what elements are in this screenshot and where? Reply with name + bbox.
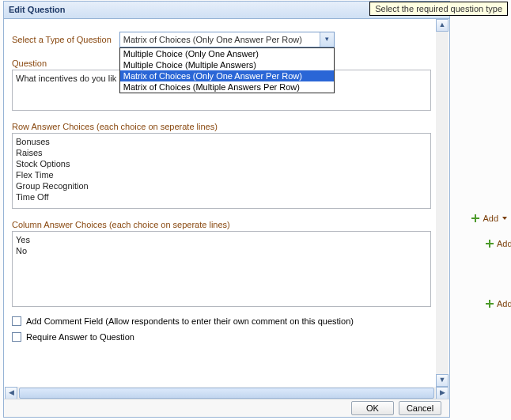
plus-icon — [486, 300, 494, 308]
plus-icon — [486, 240, 494, 248]
vertical-scrollbar[interactable]: ▲ ▼ — [436, 19, 449, 387]
question-type-select[interactable]: Matrix of Choices (Only One Answer Per R… — [119, 32, 335, 47]
side-add-link-1[interactable]: Add — [471, 214, 507, 223]
scroll-right-icon[interactable]: ▶ — [436, 387, 449, 399]
col-choices-label: Column Answer Choices (each choice on se… — [12, 220, 441, 229]
question-type-option[interactable]: Multiple Choice (Only One Answer) — [120, 48, 334, 59]
row-choices-textarea[interactable]: Bonuses Raises Stock Options Flex Time G… — [12, 133, 431, 209]
dialog-footer: OK Cancel — [4, 399, 449, 417]
side-add-label: Add — [497, 239, 511, 248]
side-add-link-2[interactable]: Add — [486, 239, 511, 248]
question-type-dropdown: Multiple Choice (Only One Answer) Multip… — [119, 47, 335, 93]
horizontal-scrollbar[interactable]: ◀ ▶ — [5, 387, 449, 399]
question-type-option[interactable]: Multiple Choice (Multiple Answers) — [120, 59, 334, 70]
add-comment-checkbox[interactable] — [12, 316, 21, 326]
question-type-option[interactable]: Matrix of Choices (Only One Answer Per R… — [120, 70, 334, 81]
col-choices-textarea[interactable]: Yes No — [12, 231, 431, 307]
type-label: Select a Type of Question — [12, 35, 112, 44]
ok-button[interactable]: OK — [351, 401, 394, 415]
side-add-label: Add — [483, 214, 498, 223]
type-tooltip: Select the required question type — [369, 2, 508, 16]
require-answer-checkbox[interactable] — [12, 332, 21, 342]
dialog-title: Edit Question — [9, 5, 66, 14]
edit-question-dialog: Edit Question Select a Type of Question … — [3, 1, 450, 418]
chevron-down-icon[interactable]: ▾ — [320, 32, 334, 47]
type-tooltip-text: Select the required question type — [375, 4, 502, 13]
chevron-down-icon — [502, 217, 507, 220]
scroll-up-icon[interactable]: ▲ — [436, 19, 449, 32]
side-add-link-3[interactable]: Add — [486, 299, 511, 308]
scroll-left-icon[interactable]: ◀ — [5, 387, 17, 399]
side-add-label: Add — [497, 299, 511, 308]
plus-icon — [471, 214, 479, 222]
question-type-selected: Matrix of Choices (Only One Answer Per R… — [120, 35, 320, 44]
scroll-down-icon[interactable]: ▼ — [436, 374, 449, 387]
add-comment-label: Add Comment Field (Allow respondents to … — [26, 316, 354, 326]
require-answer-label: Require Answer to Question — [26, 332, 134, 342]
dialog-body: Select a Type of Question Matrix of Choi… — [4, 19, 449, 387]
question-type-option[interactable]: Matrix of Choices (Multiple Answers Per … — [120, 81, 334, 93]
row-choices-label: Row Answer Choices (each choice on seper… — [12, 122, 441, 131]
cancel-button[interactable]: Cancel — [399, 401, 441, 415]
scroll-thumb[interactable] — [19, 388, 434, 399]
